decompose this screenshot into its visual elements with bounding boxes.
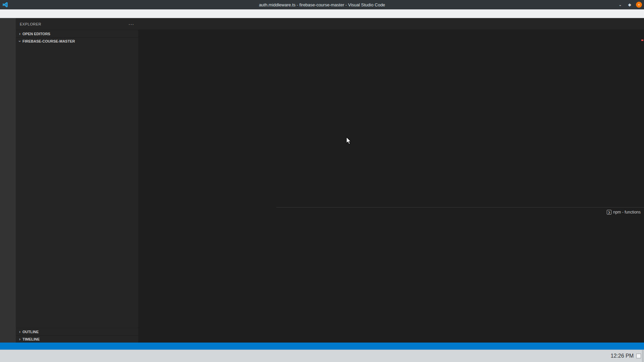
panel-header: ❯ npm - functions xyxy=(276,207,644,217)
terminal-instance-label[interactable]: ❯ npm - functions xyxy=(607,210,641,215)
explorer-more-actions-button[interactable]: ··· xyxy=(128,21,134,27)
terminal-output[interactable] xyxy=(276,217,644,220)
editor-tabbar xyxy=(138,18,644,29)
timeline-section[interactable]: › TIMELINE xyxy=(16,335,138,343)
sidebar-title: EXPLORER xyxy=(20,22,41,26)
breadcrumb[interactable] xyxy=(138,29,644,37)
open-editors-section[interactable]: › OPEN EDITORS xyxy=(16,30,138,37)
maximize-button[interactable]: ◆ xyxy=(627,2,633,8)
panel-edge[interactable] xyxy=(642,350,644,362)
kde-taskbar: 12:26 PM xyxy=(0,350,644,362)
vscode-logo-icon xyxy=(2,2,8,8)
terminal-icon: ❯ xyxy=(607,210,611,215)
minimize-button[interactable]: ⌄ xyxy=(617,2,623,8)
mouse-cursor xyxy=(346,137,352,145)
editor-group: ❯ npm - functions xyxy=(138,18,644,343)
window-title: auth.middleware.ts - firebase-course-mas… xyxy=(0,2,644,7)
window-titlebar[interactable]: auth.middleware.ts - firebase-course-mas… xyxy=(0,0,644,9)
show-desktop-widget[interactable] xyxy=(636,354,641,358)
workspace-root-section[interactable]: › FIREBASE-COURSE-MASTER xyxy=(16,37,138,45)
sidebar-header: EXPLORER ··· xyxy=(16,18,138,30)
code-editor[interactable] xyxy=(138,37,644,226)
menu-bar xyxy=(0,9,644,18)
clock[interactable]: 12:26 PM xyxy=(611,353,634,359)
overview-ruler-error-mark xyxy=(641,40,643,41)
close-button[interactable]: × xyxy=(636,2,642,8)
outline-section[interactable]: › OUTLINE xyxy=(16,328,138,335)
desktop: auth.middleware.ts - firebase-course-mas… xyxy=(0,0,644,362)
explorer-sidebar: EXPLORER ··· › OPEN EDITORS › FIREBASE-C… xyxy=(16,18,138,343)
bottom-panel: ❯ npm - functions xyxy=(276,207,644,323)
status-bar xyxy=(0,343,644,350)
activity-bar xyxy=(0,18,16,343)
